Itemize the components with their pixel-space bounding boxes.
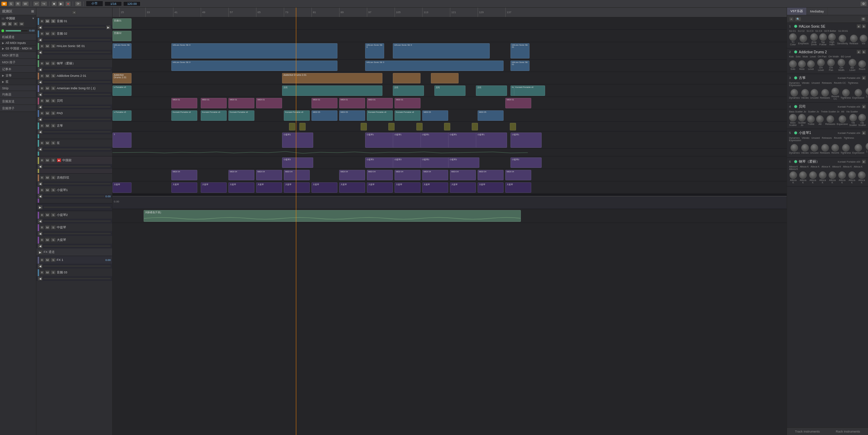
clip-cello-e[interactable]: 大提琴 [256, 182, 282, 193]
vst-2-knob-6[interactable] [838, 59, 845, 66]
clip-guqin-a3[interactable] [361, 123, 367, 130]
clip-v1-c[interactable]: 小提琴1 [365, 133, 396, 148]
clip-pad-b[interactable]: Kontakt Portable x6 [171, 110, 197, 121]
vst-3-knob-8[interactable] [866, 88, 868, 95]
vst-1-knob-5[interactable] [828, 33, 836, 41]
clip-pad-a[interactable]: s Portable x5 [112, 110, 132, 121]
vst-4-knob-4[interactable] [816, 115, 824, 123]
vst-3-knob-4[interactable] [821, 89, 829, 97]
track-7-s[interactable]: S [51, 99, 55, 103]
lp-midi-in[interactable]: ▶ 03 中国鼓 - MIDI In [0, 46, 36, 52]
vst-5-knob-5[interactable] [831, 144, 839, 152]
track-8-m[interactable]: M [45, 111, 50, 115]
vst-6-knob-3[interactable] [809, 171, 817, 179]
clip-cello-g[interactable]: 大提琴 [311, 182, 337, 193]
vst-menu-btn[interactable]: ☰ [861, 17, 866, 21]
track-8-type[interactable]: ≡ [40, 111, 44, 115]
clip-guqin-a6[interactable] [444, 123, 450, 130]
clip-bass-e[interactable]: MIDI 01 [311, 98, 337, 108]
t10-ctrl[interactable]: ◀ [38, 147, 43, 151]
track-17-slider[interactable] [43, 278, 111, 279]
clip-piano-a[interactable]: HALion Sonic SE 0 [171, 61, 337, 71]
track-6-s[interactable]: S [51, 86, 55, 90]
track-1-slider[interactable] [43, 27, 105, 28]
clip-cello-b[interactable]: 大提琴 [171, 182, 197, 193]
vst-4-knob-1[interactable] [789, 114, 797, 121]
track-14-s[interactable]: S [51, 213, 55, 217]
track-16-m[interactable]: M [45, 238, 50, 242]
track-3-type[interactable]: ≡ [40, 44, 44, 48]
clip-halion-e[interactable]: HALion Sonic SE 01 [510, 43, 530, 58]
track-10-s[interactable]: S [51, 141, 55, 145]
track-12-s[interactable]: S [51, 175, 55, 180]
clip-cello-a[interactable]: 大提琴 [112, 182, 132, 193]
vst-search-btn[interactable]: 🔍 [795, 17, 801, 21]
vst-6-edit[interactable]: e [862, 160, 866, 164]
vst-5-knob-4[interactable] [821, 144, 829, 152]
clip-bass-f[interactable]: MIDI 01 [339, 98, 365, 108]
clip-viola-k[interactable]: MIDI 04 [505, 170, 531, 180]
vst-1-bypass[interactable]: b [862, 24, 866, 28]
track-5-slider[interactable] [43, 81, 111, 83]
vst-2-knob-5[interactable] [827, 59, 835, 66]
clip-bass-d[interactable]: MIDI 01 [256, 98, 282, 108]
t13-ctrl[interactable]: ◀ [38, 194, 43, 198]
vst-3-knob-2[interactable] [801, 89, 809, 97]
track-7-type[interactable]: ≡ [40, 99, 44, 103]
vst-4-edit[interactable]: e [862, 105, 866, 109]
clip-bass-c[interactable]: MIDI 01 [228, 98, 254, 108]
clip-cello-f[interactable]: 大提琴 [284, 182, 310, 193]
t5-ctrl[interactable]: ◀ [38, 80, 43, 84]
vst-6-knob-6[interactable] [838, 171, 846, 179]
t12-ctrl[interactable]: ◀ [38, 182, 43, 186]
vst-6-knob-7[interactable] [848, 171, 856, 179]
vst-2-knob-3[interactable] [807, 60, 815, 68]
clip-drums-c[interactable] [393, 73, 421, 83]
track-s-btn[interactable]: S [8, 22, 12, 26]
vst-1-edit[interactable]: e [857, 24, 861, 28]
track-8-s[interactable]: S [51, 111, 55, 115]
track-11-rec[interactable]: ● [57, 158, 61, 162]
clip-cello-j[interactable]: 大提琴 [395, 182, 421, 193]
vst-5-knob-8[interactable] [866, 143, 868, 150]
track-2-slider[interactable] [43, 39, 111, 40]
lp-sheng[interactable]: ▶ 笙 [0, 79, 36, 85]
clip-cello-d[interactable]: 大提琴 [228, 182, 254, 193]
logo-w[interactable]: W [22, 1, 29, 6]
track-9-type[interactable]: ≡ [40, 124, 44, 128]
track-11-s[interactable]: S [51, 158, 55, 162]
clip-pad-d[interactable]: Kontakt Portable x6 [228, 110, 254, 121]
clip-v1-h[interactable]: 小提琴1 [510, 133, 542, 148]
clip-guqin-a4[interactable] [388, 123, 395, 130]
vst-slot-3-power[interactable] [794, 76, 797, 80]
clip-viola-c[interactable]: MIDI 04 [256, 170, 282, 180]
track-13-s[interactable]: S [51, 188, 55, 192]
vst-4-knob-8[interactable] [858, 114, 866, 121]
track-1-type[interactable]: ≡ [40, 19, 44, 23]
clip-pad-i[interactable]: Kontakt Portable x6 [395, 110, 421, 121]
track-w-btn[interactable]: W [19, 22, 25, 26]
clip-pad-k[interactable]: MIDI 05 [478, 110, 504, 121]
tfx1-ctrl[interactable]: ◀ [38, 264, 43, 268]
vst-6-knob-1[interactable] [789, 171, 797, 179]
vst-3-knob-5[interactable] [831, 88, 839, 95]
track-14-m[interactable]: M [45, 213, 50, 217]
vst-4-knob-7[interactable] [849, 114, 857, 121]
t3-ctrl[interactable]: ◀ [38, 50, 43, 54]
track-12-slider[interactable] [43, 183, 111, 184]
vst-1-knob-3[interactable] [810, 33, 818, 41]
track-15-m[interactable]: M [45, 225, 50, 229]
track-2-m[interactable]: M [45, 31, 50, 36]
clip-v2-a[interactable]: 小提琴2 [282, 157, 313, 168]
vst-5-knob-2[interactable] [801, 144, 809, 152]
track-10-type[interactable]: ≡ [40, 141, 44, 145]
clip-cello-n[interactable]: 大提琴 [505, 182, 531, 193]
clip-pad-e[interactable]: Kontakt Portable x6 [284, 110, 310, 121]
vst-slot-5-power[interactable] [794, 131, 797, 135]
vst-4-knob-3[interactable] [807, 115, 815, 123]
vol-expand[interactable]: ▶ [38, 205, 43, 209]
clip-guqin-a5[interactable] [416, 123, 423, 130]
collapse-btn[interactable]: ▼ [32, 17, 35, 20]
clip-pad-f[interactable]: MIDI 05 [311, 110, 337, 121]
track-11-slider[interactable] [43, 166, 111, 167]
